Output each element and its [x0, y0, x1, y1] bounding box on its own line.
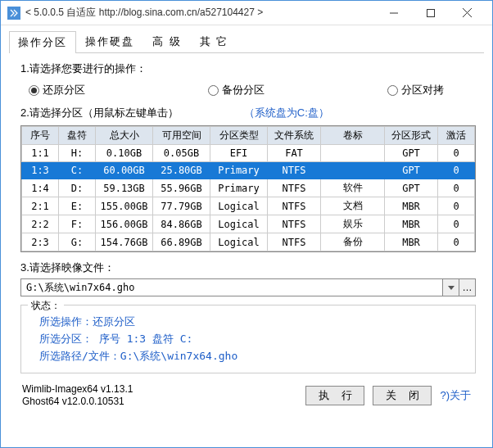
cell-drive: C: — [59, 162, 96, 179]
column-header: 盘符 — [59, 127, 96, 145]
status-line: 所选分区： 序号 1:3 盘符 C: — [39, 332, 457, 346]
ellipsis-icon: … — [463, 282, 473, 293]
cell-vol — [321, 162, 385, 179]
column-header: 文件系统 — [268, 127, 321, 145]
cell-total: 155.00GB — [96, 197, 153, 215]
cell-drive: E: — [59, 197, 96, 215]
image-path-combo: … — [20, 278, 476, 296]
browse-button[interactable]: … — [459, 278, 476, 296]
cell-pf: MBR — [385, 197, 438, 215]
cell-vol — [321, 145, 385, 162]
column-header: 序号 — [22, 127, 59, 145]
cell-pf: GPT — [385, 145, 438, 162]
radio-label: 分区对拷 — [401, 83, 444, 97]
table-row[interactable]: 1:1H:0.10GB0.05GBEFIFATGPT0 — [22, 145, 475, 162]
section2-title: 2.请选择分区（用鼠标左键单击） — [20, 106, 179, 120]
app-icon — [7, 7, 20, 20]
partition-table: 序号盘符总大小可用空间分区类型文件系统卷标分区形式激活 1:1H:0.10GB0… — [21, 126, 475, 251]
cell-act: 0 — [438, 233, 475, 251]
radio-label: 还原分区 — [43, 83, 85, 97]
cell-fs: NTFS — [268, 162, 321, 179]
section1-title: 1.请选择您要进行的操作： — [20, 61, 484, 76]
section2-head: 2.请选择分区（用鼠标左键单击） （系统盘为C:盘） — [20, 106, 484, 120]
status-box: 状态： 所选操作：还原分区所选分区： 序号 1:3 盘符 C:所选路径/文件：G… — [20, 305, 476, 373]
operation-radio-group: 还原分区备份分区分区对拷 — [29, 83, 484, 97]
tab-1[interactable]: 操作硬盘 — [76, 30, 143, 52]
window-title: < 5.0.0.5 自适应 http://blog.sina.com.cn/a5… — [25, 6, 375, 20]
image-path-input[interactable] — [20, 278, 443, 296]
cell-total: 60.00GB — [96, 162, 153, 179]
cell-free: 66.89GB — [153, 233, 210, 251]
radio-option-1[interactable]: 备份分区 — [208, 83, 265, 97]
cell-act: 0 — [438, 162, 475, 179]
table-row[interactable]: 1:4D:59.13GB55.96GBPrimaryNTFS软件GPT0 — [22, 179, 475, 197]
cell-pf: MBR — [385, 233, 438, 251]
cell-act: 0 — [438, 197, 475, 215]
combo-dropdown-button[interactable] — [443, 278, 459, 296]
cell-act: 0 — [438, 179, 475, 197]
tab-bar: 操作分区操作硬盘高 级其 它 — [9, 30, 484, 53]
cell-ptype: Primary — [210, 162, 268, 179]
cell-total: 154.76GB — [96, 233, 153, 251]
footer: Wimlib-Imagex64 v1.13.1 Ghost64 v12.0.0.… — [9, 382, 484, 408]
tab-3[interactable]: 其 它 — [191, 30, 238, 52]
svg-rect-1 — [427, 9, 434, 16]
cell-pf: MBR — [385, 215, 438, 233]
cell-free: 77.79GB — [153, 197, 210, 215]
cell-total: 156.00GB — [96, 215, 153, 233]
version-text: Wimlib-Imagex64 v1.13.1 Ghost64 v12.0.0.… — [22, 383, 133, 408]
close-app-button[interactable]: 关 闭 — [373, 386, 432, 405]
minimize-icon — [390, 9, 398, 17]
footer-right: 执 行 关 闭 ?)关于 — [305, 386, 471, 405]
cell-act: 0 — [438, 145, 475, 162]
window-controls — [375, 2, 486, 25]
partition-table-wrap: 序号盘符总大小可用空间分区类型文件系统卷标分区形式激活 1:1H:0.10GB0… — [20, 125, 476, 252]
cell-drive: F: — [59, 215, 96, 233]
radio-icon — [29, 85, 39, 96]
cell-vol: 娱乐 — [321, 215, 385, 233]
status-label: 状态： — [28, 299, 64, 313]
cell-seq: 1:3 — [22, 162, 59, 179]
section2-tip: （系统盘为C:盘） — [244, 106, 329, 120]
table-row[interactable]: 2:1E:155.00GB77.79GBLogicalNTFS文档MBR0 — [22, 197, 475, 215]
about-link[interactable]: ?)关于 — [440, 388, 471, 403]
column-header: 分区形式 — [385, 127, 438, 145]
cell-drive: D: — [59, 179, 96, 197]
execute-button[interactable]: 执 行 — [305, 386, 364, 405]
table-row[interactable]: 2:3G:154.76GB66.89GBLogicalNTFS备份MBR0 — [22, 233, 475, 251]
radio-option-2[interactable]: 分区对拷 — [387, 83, 444, 97]
section-operation: 1.请选择您要进行的操作： 还原分区备份分区分区对拷 — [20, 61, 484, 97]
cell-free: 0.05GB — [153, 145, 210, 162]
cell-total: 0.10GB — [96, 145, 153, 162]
cell-drive: G: — [59, 233, 96, 251]
cell-fs: NTFS — [268, 197, 321, 215]
cell-ptype: Primary — [210, 179, 268, 197]
cell-ptype: Logical — [210, 233, 268, 251]
cell-free: 25.80GB — [153, 162, 210, 179]
maximize-button[interactable] — [412, 2, 449, 25]
maximize-icon — [427, 9, 435, 17]
close-button[interactable] — [449, 2, 486, 25]
tab-2[interactable]: 高 级 — [143, 30, 191, 52]
cell-fs: NTFS — [268, 215, 321, 233]
column-header: 可用空间 — [153, 127, 210, 145]
tab-0[interactable]: 操作分区 — [9, 31, 76, 53]
radio-option-0[interactable]: 还原分区 — [29, 83, 85, 97]
cell-seq: 2:2 — [22, 215, 59, 233]
minimize-button[interactable] — [375, 2, 412, 25]
cell-seq: 1:1 — [22, 145, 59, 162]
column-header: 总大小 — [96, 127, 153, 145]
cell-fs: NTFS — [268, 233, 321, 251]
cell-drive: H: — [59, 145, 96, 162]
version-line-2: Ghost64 v12.0.0.10531 — [22, 396, 133, 408]
table-row[interactable]: 2:2F:156.00GB84.86GBLogicalNTFS娱乐MBR0 — [22, 215, 475, 233]
close-icon — [463, 8, 472, 17]
cell-seq: 2:1 — [22, 197, 59, 215]
cell-pf: GPT — [385, 162, 438, 179]
table-row[interactable]: 1:3C:60.00GB25.80GBPrimaryNTFSGPT0 — [22, 162, 475, 179]
column-header: 卷标 — [321, 127, 385, 145]
cell-ptype: Logical — [210, 215, 268, 233]
status-line: 所选操作：还原分区 — [39, 315, 457, 329]
cell-ptype: EFI — [210, 145, 268, 162]
cell-free: 55.96GB — [153, 179, 210, 197]
